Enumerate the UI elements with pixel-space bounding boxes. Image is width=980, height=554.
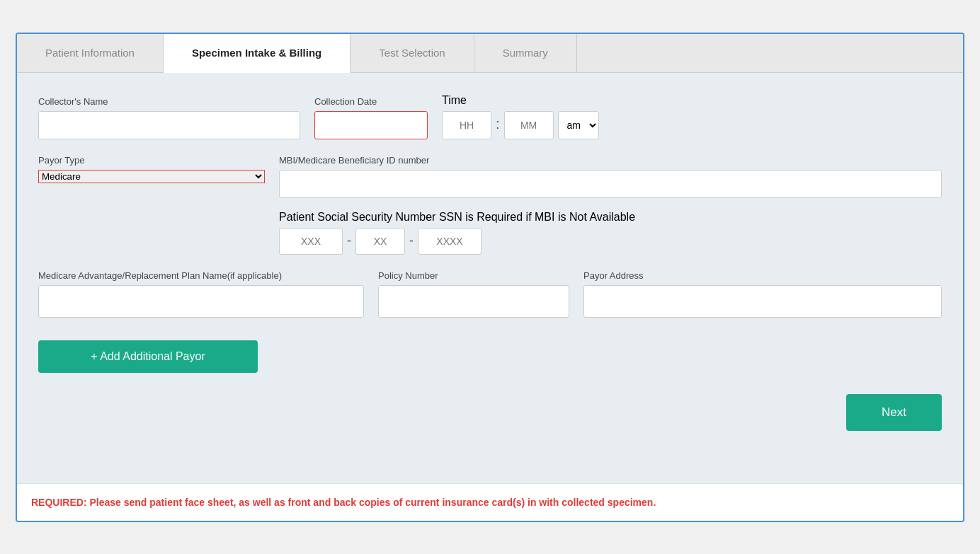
time-ampm-select[interactable]: am pm bbox=[558, 111, 599, 139]
ssn-label: Patient Social Security Number SSN is Re… bbox=[279, 211, 942, 224]
add-payor-row: + Add Additional Payor bbox=[38, 333, 942, 373]
tab-summary[interactable]: Summary bbox=[474, 34, 577, 72]
next-btn-row: Next bbox=[38, 394, 942, 431]
ssn-dash1: - bbox=[347, 233, 351, 248]
row-medicare-policy-address: Medicare Advantage/Replacement Plan Name… bbox=[38, 270, 942, 318]
time-group: Time : am pm bbox=[442, 94, 599, 139]
mbi-label: MBI/Medicare Beneficiary ID number bbox=[279, 155, 942, 166]
tab-specimen-intake[interactable]: Specimen Intake & Billing bbox=[164, 34, 351, 73]
collection-date-input[interactable] bbox=[314, 111, 428, 139]
mbi-group: MBI/Medicare Beneficiary ID number bbox=[279, 155, 942, 198]
mbi-input[interactable] bbox=[279, 170, 942, 198]
payor-address-group: Payor Address bbox=[583, 270, 942, 318]
payor-type-label: Payor Type bbox=[38, 155, 265, 166]
time-mm-input[interactable] bbox=[504, 111, 554, 139]
medicare-advantage-group: Medicare Advantage/Replacement Plan Name… bbox=[38, 270, 364, 318]
add-payor-button[interactable]: + Add Additional Payor bbox=[38, 340, 258, 373]
policy-number-input[interactable] bbox=[378, 285, 569, 318]
collectors-name-input[interactable] bbox=[38, 111, 300, 139]
main-content: Collector's Name Collection Date Time : … bbox=[17, 73, 963, 483]
right-section: MBI/Medicare Beneficiary ID number Patie… bbox=[279, 155, 942, 255]
collection-date-group: Collection Date bbox=[314, 96, 428, 139]
next-button[interactable]: Next bbox=[846, 394, 942, 431]
ssn-group: Patient Social Security Number SSN is Re… bbox=[279, 211, 942, 255]
app-container: Patient Information Specimen Intake & Bi… bbox=[16, 33, 964, 522]
payor-type-select[interactable]: Medicare Medicaid Private Insurance Self… bbox=[38, 170, 265, 183]
medicare-advantage-label: Medicare Advantage/Replacement Plan Name… bbox=[38, 270, 364, 281]
medicare-advantage-input[interactable] bbox=[38, 285, 364, 318]
time-label: Time bbox=[442, 94, 599, 107]
ssn-dash2: - bbox=[409, 233, 414, 248]
payor-address-label: Payor Address bbox=[583, 270, 942, 281]
policy-number-group: Policy Number bbox=[378, 270, 569, 318]
policy-number-label: Policy Number bbox=[378, 270, 569, 281]
tab-test-selection[interactable]: Test Selection bbox=[351, 34, 474, 72]
ssn-inputs: - - bbox=[279, 228, 942, 255]
row-payor-mbi: Payor Type Medicare Medicaid Private Ins… bbox=[38, 155, 942, 255]
required-notice: REQUIRED: Please send patient face sheet… bbox=[17, 483, 963, 521]
payor-address-input[interactable] bbox=[583, 285, 942, 318]
collectors-name-group: Collector's Name bbox=[38, 96, 300, 139]
form-panel: Collector's Name Collection Date Time : … bbox=[38, 94, 942, 431]
row-collector-date-time: Collector's Name Collection Date Time : … bbox=[38, 94, 942, 139]
time-colon: : bbox=[496, 116, 500, 132]
ssn-part3-input[interactable] bbox=[418, 228, 482, 255]
tabs-bar: Patient Information Specimen Intake & Bi… bbox=[17, 34, 963, 73]
payor-type-group: Payor Type Medicare Medicaid Private Ins… bbox=[38, 155, 265, 183]
time-inputs: : am pm bbox=[442, 111, 599, 139]
tab-patient-information[interactable]: Patient Information bbox=[17, 34, 164, 72]
collectors-name-label: Collector's Name bbox=[38, 96, 300, 107]
ssn-part1-input[interactable] bbox=[279, 228, 343, 255]
collection-date-label: Collection Date bbox=[314, 96, 428, 107]
ssn-part2-input[interactable] bbox=[355, 228, 405, 255]
left-section: Payor Type Medicare Medicaid Private Ins… bbox=[38, 155, 265, 183]
time-hh-input[interactable] bbox=[442, 111, 491, 139]
